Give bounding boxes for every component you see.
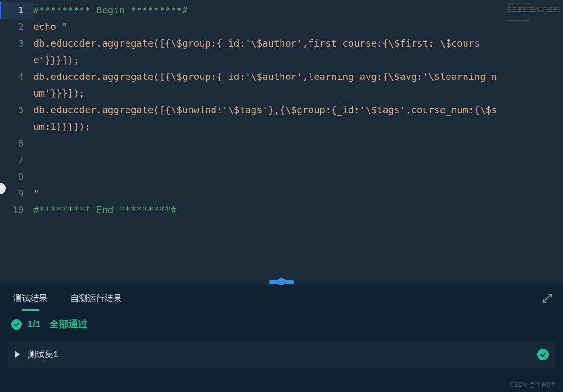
test-set-row[interactable]: 测试集1 xyxy=(8,341,555,368)
code-line[interactable]: #********* End *********# xyxy=(33,202,501,218)
results-tabs: 测试结果 自测运行结果 xyxy=(0,285,563,311)
line-number: 7 xyxy=(0,152,24,168)
code-token: db.educoder.aggregate([{\$group:{_id:'\$… xyxy=(33,71,497,99)
code-line[interactable]: " xyxy=(33,185,501,202)
code-token: #********* End *********# xyxy=(33,204,176,216)
code-line[interactable] xyxy=(33,168,501,185)
pass-status-text: 全部通过 xyxy=(49,318,87,331)
line-number: 1 xyxy=(0,2,24,19)
line-number: 4 xyxy=(0,69,24,102)
code-line[interactable]: db.educoder.aggregate([{\$group:{_id:'\$… xyxy=(33,35,501,69)
line-number-gutter: 12345678910 xyxy=(0,2,33,285)
result-summary: 1/1 全部通过 xyxy=(0,311,563,335)
line-number: 10 xyxy=(0,202,24,218)
line-number: 2 xyxy=(0,19,24,35)
code-editor[interactable]: 12345678910 #********* Begin *********#e… xyxy=(0,0,563,285)
tab-self-test-results[interactable]: 自测运行结果 xyxy=(70,293,122,304)
code-line[interactable] xyxy=(33,152,501,168)
tab-test-results[interactable]: 测试结果 xyxy=(13,293,48,304)
chevron-right-icon xyxy=(15,351,20,358)
code-token: #********* Begin *********# xyxy=(33,4,188,16)
expand-panel-icon[interactable] xyxy=(542,293,553,304)
score-text: 1/1 xyxy=(28,319,41,330)
line-number: 6 xyxy=(0,135,24,152)
line-number: 5 xyxy=(0,102,24,135)
code-token: db.educoder.aggregate([{\$group:{_id:'\$… xyxy=(33,38,480,66)
code-token: echo xyxy=(33,21,62,32)
code-line[interactable]: db.educoder.aggregate([{\$group:{_id:'\$… xyxy=(33,69,501,102)
code-line[interactable] xyxy=(33,135,501,152)
code-line[interactable]: echo " xyxy=(33,19,501,35)
check-icon xyxy=(11,319,22,330)
watermark-text: CSDN @圴吾5寒 xyxy=(510,381,556,389)
code-token: " xyxy=(62,21,68,32)
code-token: db.educoder.aggregate([{\$unwind:'\$tags… xyxy=(33,104,497,132)
line-number: 9 xyxy=(0,185,24,202)
test-set-label: 测试集1 xyxy=(28,349,58,360)
code-line[interactable]: #********* Begin *********# xyxy=(33,2,501,19)
line-number: 3 xyxy=(0,35,24,69)
code-token: " xyxy=(33,187,39,199)
test-set-pass-icon xyxy=(537,349,549,360)
code-line[interactable]: db.educoder.aggregate([{\$unwind:'\$tags… xyxy=(33,102,501,135)
line-number: 8 xyxy=(0,168,24,185)
minimap[interactable]: #********* Begin *********# echo " db.ed… xyxy=(508,3,560,41)
results-panel: 测试结果 自测运行结果 1/1 全部通过 测试集1 CSDN @圴吾5寒 xyxy=(0,285,563,392)
code-area[interactable]: #********* Begin *********#echo "db.educ… xyxy=(33,2,563,285)
